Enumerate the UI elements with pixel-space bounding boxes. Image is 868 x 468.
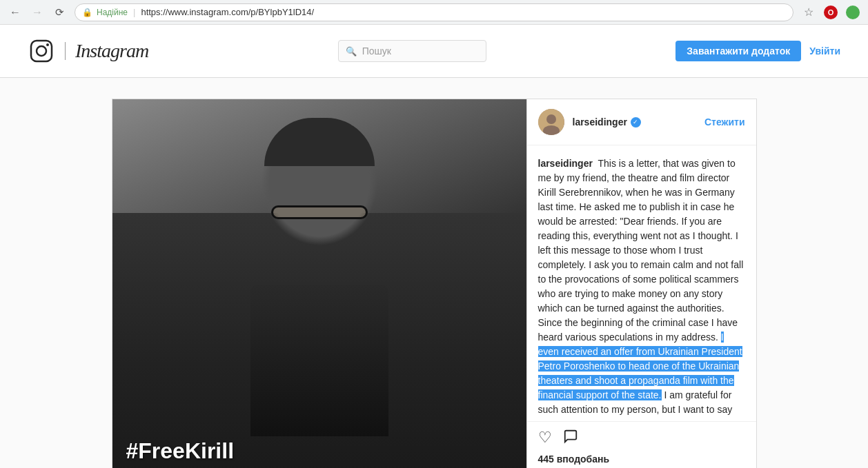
back-button[interactable]: ← — [6, 3, 25, 22]
post-hashtag: #FreeKirill — [126, 438, 235, 463]
refresh-button[interactable]: ⟳ — [50, 3, 69, 22]
ig-header-actions: Завантажити додаток Увійти — [675, 41, 840, 61]
login-button[interactable]: Увійти — [809, 45, 840, 57]
address-bar[interactable]: 🔒 Надійне | https://www.instagram.com/p/… — [75, 3, 793, 21]
follow-button[interactable]: Стежити — [704, 116, 745, 128]
search-placeholder: Пошук — [362, 45, 391, 57]
opera-button[interactable]: O — [821, 3, 840, 22]
post-container: #FreeKirill larseidinger ✓ Стежити — [112, 99, 757, 468]
verified-badge-icon: ✓ — [631, 117, 641, 128]
search-icon: 🔍 — [346, 46, 357, 57]
svg-rect-0 — [31, 41, 52, 61]
forward-button[interactable]: → — [28, 3, 47, 22]
svg-point-2 — [46, 43, 49, 46]
lock-icon: 🔒 — [82, 8, 92, 17]
post-username-area: larseidinger ✓ — [573, 116, 696, 128]
post-body: larseidinger This is a letter, that was … — [527, 145, 756, 421]
post-sidebar: larseidinger ✓ Стежити larseidinger This… — [526, 99, 756, 468]
search-box[interactable]: 🔍 Пошук — [338, 40, 486, 62]
browser-chrome: ← → ⟳ 🔒 Надійне | https://www.instagram.… — [0, 0, 868, 25]
post-actions: ♡ 445 вподобань 12 год тому — [527, 421, 756, 468]
avatar — [538, 109, 564, 135]
instagram-wordmark: Instagram — [75, 40, 148, 62]
post-caption: larseidinger This is a letter, that was … — [538, 156, 745, 417]
post-image-area: #FreeKirill — [112, 99, 526, 468]
address-actions: ☆ O — [799, 3, 862, 22]
nav-buttons: ← → ⟳ — [6, 3, 69, 22]
post-header: larseidinger ✓ Стежити — [527, 99, 756, 145]
bookmark-button[interactable]: ☆ — [799, 3, 818, 22]
action-icons: ♡ — [538, 429, 745, 448]
opera-logo-icon: O — [824, 6, 838, 19]
main-content: #FreeKirill larseidinger ✓ Стежити — [0, 78, 868, 468]
comment-button[interactable] — [563, 429, 578, 448]
svg-point-4 — [546, 114, 556, 124]
instagram-header: Instagram 🔍 Пошук Завантажити додаток Ув… — [0, 25, 868, 78]
caption-text-before: This is a letter, that was given to me b… — [538, 158, 744, 343]
post-username[interactable]: larseidinger — [573, 116, 627, 128]
post-image — [112, 99, 526, 468]
glasses-detail — [271, 205, 368, 219]
url-text: https://www.instagram.com/p/BYlpbY1lD14/ — [141, 7, 314, 17]
instagram-camera-icon — [28, 37, 55, 65]
url-separator: | — [133, 7, 135, 17]
install-app-button[interactable]: Завантажити додаток — [675, 41, 801, 61]
svg-point-1 — [37, 46, 46, 56]
extension-icon — [846, 6, 860, 19]
extension-button[interactable] — [843, 3, 862, 22]
ig-logo-divider — [65, 42, 66, 60]
post-image-overlay: #FreeKirill — [112, 425, 526, 468]
like-button[interactable]: ♡ — [538, 429, 552, 448]
secure-label: Надійне — [97, 8, 128, 17]
ig-logo-area: Instagram — [28, 37, 148, 65]
caption-username[interactable]: larseidinger — [538, 158, 593, 169]
scarf-detail — [250, 285, 388, 436]
likes-count: 445 вподобань — [538, 454, 745, 465]
ig-search-area: 🔍 Пошук — [148, 40, 675, 62]
